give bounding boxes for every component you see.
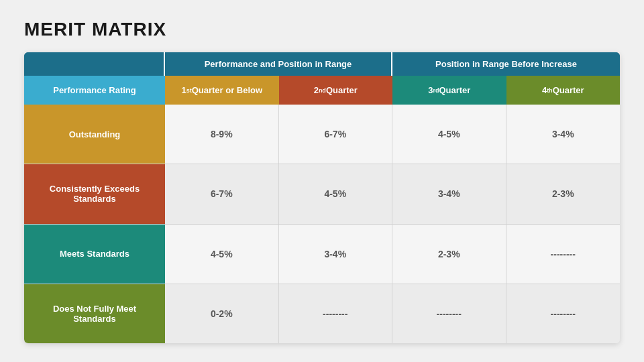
cell-outstanding-q1: 8-9% [165,105,279,164]
cell-meets-q3: 2-3% [392,225,506,284]
cell-notmeet-q2: -------- [279,284,393,343]
cell-outstanding-q3: 4-5% [392,105,506,164]
col-headers: Performance Rating 1st Quarter or Below … [24,76,620,105]
matrix-body: Outstanding 8-9% 6-7% 4-5% 3-4% Consiste… [24,105,620,343]
cell-meets-q2: 3-4% [279,225,393,284]
row-label-exceeds: Consistently Exceeds Standards [24,164,165,223]
cell-meets-q4: -------- [506,225,621,284]
row-outstanding: Outstanding 8-9% 6-7% 4-5% 3-4% [24,105,620,164]
cell-exceeds-q1: 6-7% [165,164,279,223]
row-label-meets: Meets Standards [24,225,165,284]
col-header-q2: 2nd Quarter [279,76,393,105]
cell-exceeds-q3: 3-4% [392,164,506,223]
row-meets: Meets Standards 4-5% 3-4% 2-3% -------- [24,225,620,284]
row-label-outstanding: Outstanding [24,105,165,164]
row-notmeet: Does Not Fully Meet Standards 0-2% -----… [24,284,620,343]
cell-exceeds-q2: 4-5% [279,164,393,223]
page-title: MERIT MATRIX [24,19,620,40]
cell-exceeds-q4: 2-3% [506,164,621,223]
cell-notmeet-q1: 0-2% [165,284,279,343]
col-header-q3: 3rd Quarter [392,76,506,105]
row-exceeds: Consistently Exceeds Standards 6-7% 4-5%… [24,164,620,224]
merit-matrix: Performance and Position in Range Positi… [24,52,620,343]
cell-meets-q1: 4-5% [165,225,279,284]
row-label-notmeet: Does Not Fully Meet Standards [24,284,165,343]
group-header-perf: Performance and Position in Range [165,52,392,76]
col-header-q4: 4th Quarter [506,76,621,105]
group-header-pos: Position in Range Before Increase [392,52,620,76]
col-header-q1: 1st Quarter or Below [165,76,279,105]
cell-outstanding-q4: 3-4% [506,105,621,164]
cell-notmeet-q3: -------- [392,284,506,343]
cell-notmeet-q4: -------- [506,284,621,343]
group-header-empty [24,52,165,76]
group-header-row: Performance and Position in Range Positi… [24,52,620,76]
col-header-performance-rating: Performance Rating [24,76,165,105]
cell-outstanding-q2: 6-7% [279,105,393,164]
